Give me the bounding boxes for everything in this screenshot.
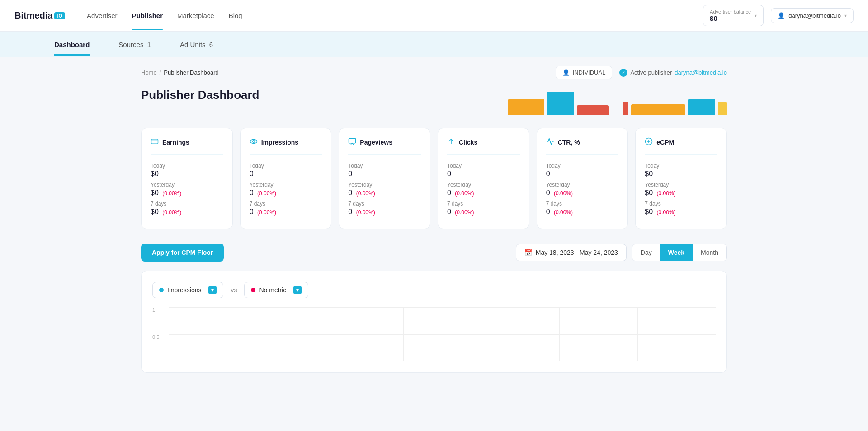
chart-grid: 1 0.5 <box>152 307 716 361</box>
date-range-label: May 18, 2023 - May 24, 2023 <box>536 249 618 256</box>
grid-col-4 <box>404 307 482 361</box>
active-publisher-email: daryna@bitmedia.io <box>675 69 727 76</box>
clicks-label: Clicks <box>459 139 477 146</box>
chart-plot-area <box>169 307 716 361</box>
breadcrumb: Home / Publisher Dashboard <box>141 69 219 76</box>
date-range-picker[interactable]: 📅 May 18, 2023 - May 24, 2023 <box>516 244 627 261</box>
grid-col-6 <box>560 307 638 361</box>
metric2-chevron-icon: ▾ <box>293 286 302 294</box>
nav-right: Advertiser balance $0 ▾ 👤 daryna@bitmedi… <box>703 5 854 26</box>
pageviews-label: Pageviews <box>360 139 392 146</box>
earnings-icon <box>151 137 159 147</box>
user-menu-button[interactable]: 👤 daryna@bitmedia.io ▾ <box>771 8 854 23</box>
earnings-yesterday-value: $0 (0.00%) <box>151 189 223 197</box>
stat-card-ecpm: eCPM Today $0 Yesterday $0 (0.00%) 7 day… <box>635 128 727 229</box>
metric1-dot <box>159 288 164 292</box>
impressions-icon <box>250 137 258 147</box>
earnings-today-row: Today $0 <box>151 163 223 178</box>
earnings-label: Earnings <box>162 139 189 146</box>
stat-card-header-pageviews: Pageviews <box>348 137 421 155</box>
preview-bar-6 <box>718 102 727 115</box>
main-content: Home / Publisher Dashboard 👤 INDIVIDUAL … <box>127 57 741 391</box>
grid-col-1 <box>169 307 247 361</box>
title-row: Publisher Dashboard <box>141 88 727 115</box>
stat-card-earnings: Earnings Today $0 Yesterday $0 (0.00%) 7… <box>141 128 233 229</box>
vertical-grid-lines <box>169 307 716 361</box>
stat-card-header-ctr: CTR, % <box>546 137 619 155</box>
grid-col-3 <box>326 307 404 361</box>
sub-navigation: Dashboard Sources 1 Ad Units 6 <box>0 32 868 57</box>
preview-bar-4 <box>631 104 685 115</box>
user-icon: 👤 <box>778 12 785 19</box>
nav-advertiser[interactable]: Advertiser <box>87 1 118 30</box>
breadcrumb-home[interactable]: Home <box>141 69 157 76</box>
active-publisher-badge: ✓ Active publisher daryna@bitmedia.io <box>619 69 727 77</box>
period-month-button[interactable]: Month <box>693 244 726 261</box>
balance-label: Advertiser balance <box>710 9 751 14</box>
svg-point-3 <box>252 141 255 143</box>
earnings-7days-value: $0 (0.00%) <box>151 208 223 216</box>
stat-card-header-earnings: Earnings <box>151 137 223 155</box>
metric1-selector[interactable]: Impressions ▾ <box>152 282 223 298</box>
metric2-selector[interactable]: No metric ▾ <box>244 282 308 298</box>
nav-publisher[interactable]: Publisher <box>132 1 163 30</box>
ctr-label: CTR, % <box>558 139 580 146</box>
earnings-today-value: $0 <box>151 170 223 178</box>
vs-label: vs <box>231 286 237 294</box>
period-week-button[interactable]: Week <box>660 244 693 261</box>
y-axis-labels: 1 0.5 <box>152 307 169 361</box>
metric2-dot <box>251 288 255 292</box>
breadcrumb-current: Publisher Dashboard <box>164 69 218 76</box>
sub-nav-ad-units[interactable]: Ad Units 6 <box>180 33 213 56</box>
page-title: Publisher Dashboard <box>141 88 259 102</box>
user-email: daryna@bitmedia.io <box>788 12 841 19</box>
nav-marketplace[interactable]: Marketplace <box>177 1 214 30</box>
check-circle-icon: ✓ <box>619 69 627 77</box>
nav-blog[interactable]: Blog <box>229 1 242 30</box>
grid-col-5 <box>481 307 560 361</box>
individual-badge: 👤 INDIVIDUAL <box>556 66 612 79</box>
sub-nav-sources[interactable]: Sources 1 <box>118 33 151 56</box>
stats-row: Earnings Today $0 Yesterday $0 (0.00%) 7… <box>141 128 727 229</box>
stat-card-header-impressions: Impressions <box>250 137 322 155</box>
logo[interactable]: Bitmedia IO <box>14 10 65 21</box>
preview-bar-0 <box>508 99 544 115</box>
balance-amount: $0 <box>710 14 717 22</box>
y-label-05: 0.5 <box>152 334 169 340</box>
earnings-7days-row: 7 days $0 (0.00%) <box>151 201 223 216</box>
chevron-down-icon: ▾ <box>844 13 847 18</box>
svg-rect-0 <box>151 139 158 144</box>
ctr-icon <box>546 137 554 147</box>
individual-label: INDIVIDUAL <box>572 69 605 76</box>
stat-card-ctr: CTR, % Today 0 Yesterday 0 (0.00%) 7 day… <box>537 128 628 229</box>
logo-badge: IO <box>54 12 65 19</box>
controls-row: Apply for CPM Floor 📅 May 18, 2023 - May… <box>141 244 727 262</box>
stat-card-clicks: Clicks Today 0 Yesterday 0 (0.00%) 7 day… <box>438 128 529 229</box>
preview-bar-2 <box>577 105 609 115</box>
nav-links: Advertiser Publisher Marketplace Blog <box>87 1 703 30</box>
grid-col-7 <box>638 307 716 361</box>
ecpm-icon <box>645 137 653 147</box>
preview-chart <box>508 88 727 115</box>
sub-nav-dashboard[interactable]: Dashboard <box>54 33 90 56</box>
ecpm-label: eCPM <box>656 139 674 146</box>
svg-point-2 <box>250 140 257 144</box>
y-label-1: 1 <box>152 307 169 313</box>
metric1-label: Impressions <box>167 286 201 294</box>
apply-cpm-floor-button[interactable]: Apply for CPM Floor <box>141 244 224 262</box>
stat-card-header-clicks: Clicks <box>447 137 520 155</box>
period-day-button[interactable]: Day <box>632 244 660 261</box>
clicks-icon <box>447 137 455 147</box>
calendar-icon: 📅 <box>524 249 532 256</box>
breadcrumb-right: 👤 INDIVIDUAL ✓ Active publisher daryna@b… <box>556 66 727 79</box>
individual-icon: 👤 <box>562 69 570 76</box>
chart-container: Impressions ▾ vs No metric ▾ 1 0.5 <box>141 271 727 373</box>
metric2-label: No metric <box>259 286 286 294</box>
grid-col-2 <box>247 307 326 361</box>
balance-button[interactable]: Advertiser balance $0 ▾ <box>703 5 764 26</box>
preview-bar-3 <box>623 102 628 115</box>
stat-card-impressions: Impressions Today 0 Yesterday 0 (0.00%) … <box>240 128 332 229</box>
active-publisher-label: Active publisher <box>630 69 672 76</box>
date-controls: 📅 May 18, 2023 - May 24, 2023 Day Week M… <box>516 244 727 261</box>
chevron-down-icon: ▾ <box>755 13 757 18</box>
